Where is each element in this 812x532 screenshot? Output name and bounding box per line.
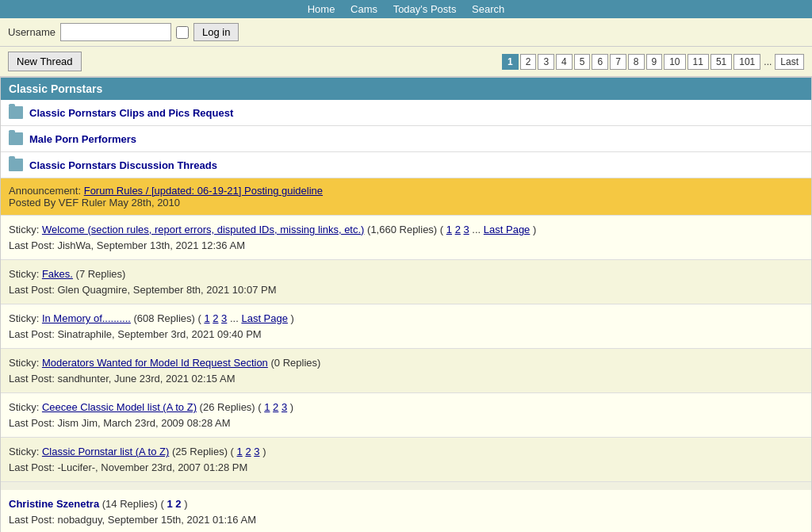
thread-title-classic-list: Sticky: Classic Pornstar list (A to Z) (…: [9, 444, 803, 460]
page-3[interactable]: 3: [538, 54, 554, 70]
section-separator: [1, 482, 811, 490]
folder-icon: [9, 106, 23, 119]
thread-title-welcome: Sticky: Welcome (section rules, report e…: [9, 222, 803, 238]
page-4[interactable]: 4: [556, 54, 573, 70]
announcement-row: Announcement: Forum Rules / [updated: 06…: [1, 178, 811, 216]
thread-page-2[interactable]: 2: [455, 224, 461, 235]
main-container: Classic Pornstars Classic Pornstars Clip…: [0, 77, 812, 532]
folder-icon-male: [9, 132, 23, 145]
category-row-clips: Classic Pornstars Clips and Pics Request: [1, 100, 811, 126]
thread-christine-p1[interactable]: 1: [167, 498, 172, 510]
thread-row-moderators: Sticky: Moderators Wanted for Model Id R…: [1, 349, 811, 393]
nav-search[interactable]: Search: [472, 3, 504, 15]
thread-christine-p2[interactable]: 2: [175, 498, 181, 510]
thread-classic-p3[interactable]: 3: [254, 446, 259, 457]
thread-classic-p1[interactable]: 1: [237, 446, 243, 457]
announcement-text: Announcement: Forum Rules / [updated: 06…: [9, 185, 803, 197]
thread-controls-bar: New Thread 1 2 3 4 5 6 7 8 9 10 11 51 10…: [0, 47, 812, 77]
page-2[interactable]: 2: [520, 54, 537, 70]
page-101[interactable]: 101: [733, 54, 760, 70]
page-9[interactable]: 9: [646, 54, 663, 70]
thread-last-post-welcome: Last Post: JishWa, September 13th, 2021 …: [9, 238, 803, 254]
thread-title-christine: Christine Szenetra (14 Replies) ( 1 2 ): [9, 496, 803, 512]
thread-link-memory[interactable]: In Memory of..........: [42, 312, 131, 324]
page-10[interactable]: 10: [664, 54, 685, 70]
thread-last-post-fakes: Last Post: Glen Quagmire, September 8th,…: [9, 282, 803, 298]
thread-classic-p2[interactable]: 2: [245, 446, 251, 457]
thread-row-christine: Christine Szenetra (14 Replies) ( 1 2 ) …: [1, 490, 811, 532]
thread-title-memory: Sticky: In Memory of.......... (608 Repl…: [9, 311, 803, 327]
thread-last-post-ceecee: Last Post: Jism Jim, March 23rd, 2009 08…: [9, 415, 803, 431]
thread-link-christine[interactable]: Christine Szenetra: [9, 498, 99, 510]
page-last[interactable]: Last: [775, 54, 804, 70]
pagination-dots: ...: [762, 55, 773, 69]
thread-title-fakes: Sticky: Fakes. (7 Replies): [9, 266, 803, 282]
section-header: Classic Pornstars: [1, 78, 811, 100]
category-link-male[interactable]: Male Porn Performers: [29, 133, 136, 145]
thread-row-welcome: Sticky: Welcome (section rules, report e…: [1, 216, 811, 260]
thread-row-ceecee: Sticky: Ceecee Classic Model list (A to …: [1, 393, 811, 438]
thread-page-1[interactable]: 1: [446, 224, 452, 235]
category-row-discussion: Classic Pornstars Discussion Threads: [1, 152, 811, 178]
nav-todays-posts[interactable]: Today's Posts: [393, 3, 457, 15]
announcement-posted-by: Posted By VEF Ruler May 28th, 2010: [9, 197, 803, 209]
category-row-male: Male Porn Performers: [1, 126, 811, 152]
thread-link-welcome[interactable]: Welcome (section rules, report errors, d…: [42, 224, 365, 235]
remember-checkbox[interactable]: [176, 26, 189, 39]
page-8[interactable]: 8: [628, 54, 645, 70]
thread-memory-p3[interactable]: 3: [221, 312, 227, 324]
thread-title-moderators: Sticky: Moderators Wanted for Model Id R…: [9, 355, 803, 371]
thread-link-ceecee[interactable]: Ceecee Classic Model list (A to Z): [42, 401, 197, 413]
thread-ceecee-p1[interactable]: 1: [264, 401, 270, 413]
thread-page-3[interactable]: 3: [463, 224, 469, 235]
page-11[interactable]: 11: [688, 54, 709, 70]
category-link-discussion[interactable]: Classic Pornstars Discussion Threads: [29, 159, 217, 171]
nav-cams[interactable]: Cams: [350, 3, 377, 15]
thread-memory-last[interactable]: Last Page: [241, 312, 288, 324]
thread-row-memory: Sticky: In Memory of.......... (608 Repl…: [1, 304, 811, 349]
top-navigation: Home Cams Today's Posts Search: [0, 0, 812, 18]
thread-row-classic-list: Sticky: Classic Pornstar list (A to Z) (…: [1, 438, 811, 482]
login-bar: Username Log in: [0, 18, 812, 47]
announcement-prefix: Announcement:: [9, 185, 81, 197]
pagination: 1 2 3 4 5 6 7 8 9 10 11 51 101 ... Last: [502, 54, 804, 70]
thread-last-post-memory: Last Post: Sinatraphile, September 3rd, …: [9, 327, 803, 343]
thread-last-post-christine: Last Post: nobadguy, September 15th, 202…: [9, 512, 803, 528]
nav-home[interactable]: Home: [308, 3, 335, 15]
thread-link-classic-list[interactable]: Classic Pornstar list (A to Z): [42, 446, 169, 457]
page-51[interactable]: 51: [710, 54, 732, 70]
username-input[interactable]: [60, 23, 171, 41]
thread-memory-p1[interactable]: 1: [204, 312, 209, 324]
folder-icon-discussion: [9, 159, 23, 171]
page-5[interactable]: 5: [574, 54, 591, 70]
thread-last-post-moderators: Last Post: sandhunter, June 23rd, 2021 0…: [9, 371, 803, 387]
thread-link-fakes[interactable]: Fakes.: [42, 268, 73, 280]
thread-ceecee-p3[interactable]: 3: [282, 401, 287, 413]
page-7[interactable]: 7: [610, 54, 626, 70]
section-title: Classic Pornstars: [9, 82, 102, 95]
thread-memory-p2[interactable]: 2: [213, 312, 218, 324]
category-link-clips[interactable]: Classic Pornstars Clips and Pics Request: [29, 107, 233, 119]
page-1[interactable]: 1: [502, 54, 519, 70]
thread-ceecee-p2[interactable]: 2: [273, 401, 278, 413]
login-button[interactable]: Log in: [193, 23, 239, 41]
thread-title-ceecee: Sticky: Ceecee Classic Model list (A to …: [9, 400, 803, 415]
thread-link-moderators[interactable]: Moderators Wanted for Model Id Request S…: [42, 357, 268, 369]
thread-last-page[interactable]: Last Page: [484, 224, 530, 235]
new-thread-button[interactable]: New Thread: [8, 52, 82, 71]
username-label: Username: [8, 26, 56, 38]
thread-row-fakes: Sticky: Fakes. (7 Replies) Last Post: Gl…: [1, 260, 811, 304]
announcement-link[interactable]: Forum Rules / [updated: 06-19-21] Postin…: [84, 185, 323, 197]
thread-last-post-classic-list: Last Post: -Lucifer-, November 23rd, 200…: [9, 460, 803, 476]
page-6[interactable]: 6: [592, 54, 608, 70]
